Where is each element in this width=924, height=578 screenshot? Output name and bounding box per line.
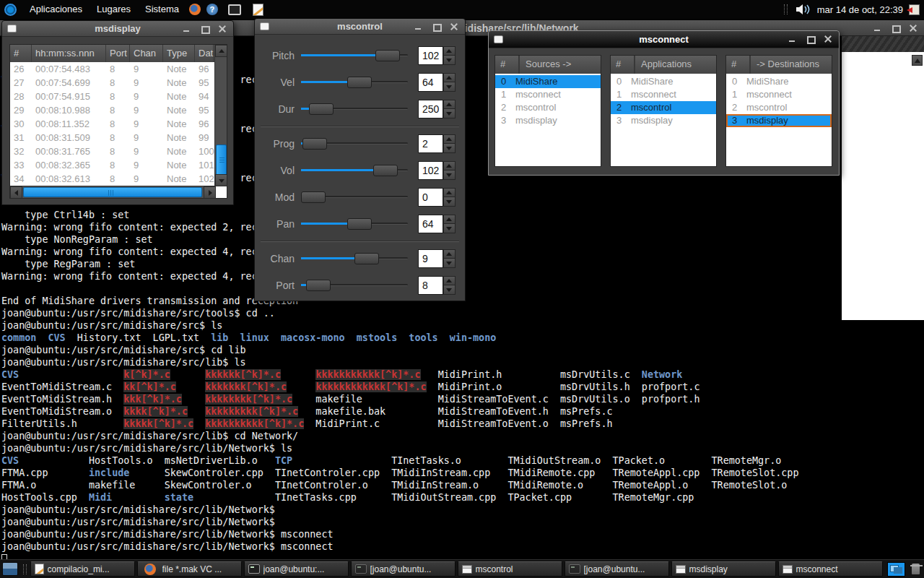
column-header[interactable]: # — [10, 45, 32, 62]
event-row[interactable]: 2900:08:10.98889Note95 — [10, 103, 227, 117]
event-row[interactable]: 3200:08:31.76589Note100 — [10, 144, 227, 158]
mscontrol-titlebar[interactable]: mscontrol — [255, 19, 465, 35]
spin-up-icon[interactable] — [443, 161, 456, 171]
dur-slider-handle[interactable] — [309, 103, 334, 115]
minimize-button[interactable] — [414, 23, 422, 30]
menu-lugares[interactable]: Lugares — [90, 0, 138, 19]
port-slider-handle[interactable] — [306, 280, 331, 291]
taskbar-button[interactable]: msconnect — [778, 561, 883, 577]
list-item[interactable]: 0MidiShare — [611, 75, 716, 88]
vol-value-field[interactable]: 102 — [418, 161, 443, 180]
spin-up-icon[interactable] — [443, 215, 456, 224]
event-row[interactable]: 3400:08:32.61389Note102 — [10, 172, 227, 186]
event-row[interactable]: 3300:08:32.36589Note101 — [10, 158, 227, 172]
list-item[interactable]: 0MidiShare — [495, 75, 601, 88]
vel-value-field[interactable]: 64 — [418, 73, 443, 92]
taskbar-button[interactable]: msdisplay — [671, 561, 776, 577]
close-button[interactable] — [219, 25, 226, 33]
list-item[interactable]: 2mscontrol — [611, 101, 716, 114]
terminal-launcher-icon[interactable] — [228, 4, 241, 15]
logout-icon[interactable] — [909, 4, 920, 15]
close-button[interactable] — [450, 23, 458, 30]
list-item[interactable]: 3msdisplay — [726, 114, 832, 127]
scroll-up-icon[interactable] — [215, 45, 227, 57]
spin-up-icon[interactable] — [443, 188, 456, 197]
event-row[interactable]: 3000:08:11.35289Note96 — [10, 117, 227, 131]
scroll-right-icon[interactable] — [204, 186, 216, 199]
spin-up-icon[interactable] — [443, 276, 456, 285]
panel-column-header[interactable]: Applications — [635, 56, 692, 74]
event-row[interactable]: 2700:07:54.69989Note95 — [10, 76, 227, 90]
maximize-button[interactable] — [806, 35, 814, 43]
column-header[interactable]: Chan — [130, 45, 163, 62]
menu-aplicaciones[interactable]: Aplicaciones — [22, 0, 90, 19]
taskbar-button[interactable]: joan@ubuntu:... — [244, 561, 349, 577]
scroll-left-icon[interactable] — [10, 186, 22, 199]
list-item[interactable]: 1msconnect — [611, 88, 716, 101]
spin-up-icon[interactable] — [443, 134, 456, 144]
firefox-launcher-icon[interactable] — [189, 4, 201, 15]
dur-value-field[interactable]: 250 — [418, 100, 443, 118]
spin-down-icon[interactable] — [443, 144, 456, 153]
minimize-button[interactable] — [788, 35, 796, 43]
event-row[interactable]: 2600:07:54.48389Note96 — [10, 62, 227, 76]
panel-column-header[interactable]: Sources -> — [520, 56, 571, 74]
msdisplay-titlebar[interactable]: msdisplay — [2, 21, 233, 37]
minimize-button[interactable] — [183, 25, 190, 33]
maximize-button[interactable] — [201, 25, 208, 33]
scroll-up-icon[interactable] — [912, 55, 923, 66]
pan-value-field[interactable]: 64 — [418, 215, 443, 233]
minimize-button[interactable] — [873, 25, 881, 32]
scrollbar-thumb[interactable] — [23, 187, 202, 197]
help-icon[interactable]: ? — [206, 4, 218, 15]
spin-up-icon[interactable] — [443, 249, 456, 259]
list-item[interactable]: 3msdisplay — [611, 114, 716, 127]
spin-down-icon[interactable] — [443, 259, 456, 268]
column-header[interactable]: Dat — [195, 45, 214, 62]
trash-icon[interactable] — [912, 564, 920, 574]
prog-slider-handle[interactable] — [302, 138, 327, 150]
vel-slider-handle[interactable] — [347, 77, 372, 88]
list-item[interactable]: 0MidiShare — [726, 75, 832, 88]
vol-slider-handle[interactable] — [373, 165, 398, 176]
spin-up-icon[interactable] — [443, 73, 456, 82]
horizontal-scrollbar[interactable] — [10, 186, 216, 198]
prog-value-field[interactable]: 2 — [418, 134, 443, 153]
taskbar-button[interactable]: [joan@ubuntu... — [565, 561, 669, 577]
spin-down-icon[interactable] — [443, 224, 456, 233]
spin-up-icon[interactable] — [443, 100, 456, 109]
close-button[interactable] — [824, 35, 832, 43]
scroll-down-icon[interactable] — [215, 174, 227, 186]
clock[interactable]: mar 14 de oct, 22:39 — [817, 4, 903, 15]
taskbar-button[interactable]: [joan@ubuntu... — [351, 561, 456, 577]
show-desktop-icon[interactable] — [2, 562, 18, 576]
msconnect-titlebar[interactable]: msconnect — [489, 31, 839, 48]
number-column-header[interactable]: # — [611, 56, 635, 74]
mod-slider-handle[interactable] — [301, 191, 326, 203]
maximize-button[interactable] — [892, 25, 899, 32]
pan-slider-handle[interactable] — [347, 218, 372, 230]
spin-down-icon[interactable] — [443, 285, 456, 295]
chan-slider-handle[interactable] — [354, 253, 379, 264]
list-item[interactable]: 1msconnect — [495, 88, 601, 101]
tasklist-grip-icon[interactable] — [23, 564, 27, 574]
spin-down-icon[interactable] — [443, 171, 456, 180]
close-button[interactable] — [910, 25, 917, 32]
spin-down-icon[interactable] — [443, 82, 456, 92]
pitch-value-field[interactable]: 102 — [418, 46, 443, 65]
mod-value-field[interactable]: 0 — [418, 188, 443, 207]
scrollbar-thumb[interactable] — [216, 144, 227, 176]
spin-down-icon[interactable] — [443, 109, 456, 118]
taskbar-button[interactable]: mscontrol — [458, 561, 562, 577]
number-column-header[interactable]: # — [726, 56, 751, 74]
number-column-header[interactable]: # — [495, 56, 520, 74]
event-row[interactable]: 2800:07:54.91589Note94 — [10, 90, 227, 103]
spin-down-icon[interactable] — [443, 56, 456, 65]
volume-icon[interactable] — [796, 4, 811, 15]
column-header[interactable]: Type — [163, 45, 195, 62]
column-header[interactable]: Port — [106, 45, 130, 62]
pitch-slider-handle[interactable] — [375, 50, 400, 61]
list-item[interactable]: 2mscontrol — [726, 101, 832, 114]
list-item[interactable]: 3msdisplay — [495, 114, 601, 127]
panel-column-header[interactable]: -> Destinations — [751, 56, 819, 74]
